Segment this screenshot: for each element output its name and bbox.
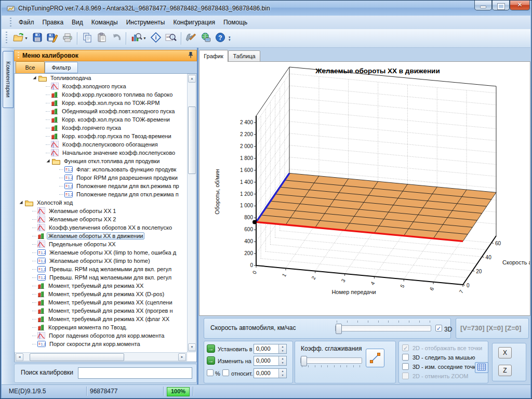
toolbar-button-info[interactable]: i [149, 31, 163, 46]
toolbar-button-save-as[interactable] [45, 31, 60, 46]
smoothing-slider[interactable] [300, 357, 362, 364]
tree-horizontal-scrollbar[interactable]: ◄ ► [15, 352, 187, 361]
tree-item[interactable]: Коэфф.горячего пуска [15, 124, 187, 132]
tree-item[interactable]: Коэфф.холодного пуска [15, 82, 187, 90]
tree-item[interactable]: 1.2Превыш. RPM над желаемыми для вкл. ре… [15, 273, 187, 282]
x-axis-button[interactable]: X [498, 347, 512, 358]
set-value-spinner[interactable]: 0,000 ▲▼ [254, 344, 287, 354]
tree-item[interactable]: Обедняющий коэфф.повт.холодного пуска [15, 107, 187, 115]
smoothing-button[interactable] [366, 349, 384, 367]
option-checkbox[interactable] [402, 363, 409, 370]
tree-item[interactable]: Коэфф.увеличения оборотов ХХ в послепуск… [15, 223, 187, 232]
calibration-menu-header[interactable]: Меню калибровок [14, 50, 197, 61]
scroll-right-icon[interactable]: ► [178, 353, 186, 361]
tree-item[interactable]: 1.2Желаемые обороты ХХ (limp to home) [15, 257, 187, 265]
tree-item[interactable]: Корр. коэфф.хол.пуска по ТОЖ-RPM [15, 99, 187, 107]
toolbar-button-help[interactable]: ? [213, 31, 228, 46]
toolbar-button-tools[interactable] [184, 31, 198, 46]
vertical-scroll-thumb[interactable] [188, 107, 196, 174]
step-value-spinner[interactable]: 0,000 ▲▼ [254, 368, 287, 378]
dropdown-caret-icon[interactable]: ▼ [143, 36, 147, 40]
smoothing-slider-thumb[interactable] [301, 356, 307, 366]
menu-item-Вид[interactable]: Вид [68, 17, 87, 28]
menu-item-Правка[interactable]: Правка [38, 17, 68, 28]
tree-item[interactable]: Коэфф.послепускового обогащения [15, 140, 187, 149]
tree-item[interactable]: 1.2Желаемые обороты ХХ (limp to home, ош… [15, 248, 187, 257]
toolbar-button-undo[interactable] [109, 31, 124, 46]
toolbar-button-preview-100[interactable]: 100 [163, 31, 179, 46]
toolbar-button-web[interactable] [198, 31, 213, 46]
horizontal-scroll-thumb[interactable] [30, 353, 124, 361]
tree-item[interactable]: Желаемые обороты ХХ 2 [15, 215, 187, 223]
tree-item[interactable]: Топливоподача [15, 74, 187, 82]
tree-item[interactable]: Момент, требуемый для режима ХХ (D-pos) [15, 290, 187, 298]
search-input[interactable] [78, 367, 192, 379]
menu-item-Инструменты[interactable]: Инструменты [122, 17, 169, 28]
tree-item[interactable]: Функция откл.топлива для продувки [15, 157, 187, 165]
menu-item-Помощь[interactable]: Помощь [219, 17, 251, 28]
toolbar-button-open[interactable]: ▼ [10, 31, 30, 46]
maximize-button[interactable] [492, 1, 510, 10]
tree-item[interactable]: Момент, требуемый для режима ХХ (прогрев… [15, 307, 187, 315]
toolbar-button-chart-zoom[interactable]: ▼ [129, 31, 149, 46]
tab-graph[interactable]: График [199, 50, 228, 62]
tab-filter[interactable]: Фильтр [45, 62, 78, 73]
calibration-tree[interactable]: ТопливоподачаКоэфф.холодного пускаКоэфф.… [15, 74, 187, 352]
option-checkbox[interactable] [402, 354, 409, 361]
tree-item[interactable]: Момент, требуемый для режима ХХ (флаг ХХ [15, 315, 187, 323]
tree-expander-icon[interactable] [32, 75, 37, 81]
option-checkbox[interactable] [402, 344, 409, 351]
tree-expander-icon[interactable] [46, 158, 50, 164]
spinner-arrows-icon[interactable]: ▲▼ [278, 344, 286, 353]
close-button[interactable]: ✕ [510, 1, 530, 10]
speed-slider[interactable] [335, 325, 431, 331]
tree-item[interactable]: 1.2Превыш. RPM над желаемыми для вкл. ре… [15, 265, 187, 273]
percent-checkbox[interactable] [207, 369, 214, 376]
tree-item[interactable]: Коэфф.корр.пускового топлива по бароко [15, 90, 187, 99]
apply-change-button[interactable]: → [207, 356, 215, 365]
tree-item[interactable]: Корр. коэфф.хол.пуска по ТОЖ-времени [15, 115, 187, 124]
tree-item[interactable]: Корр. коэфф.гор.пуска по Твозд-времени [15, 132, 187, 140]
tree-item[interactable]: Желаемые обороты ХХ в движении [15, 232, 187, 240]
tree-item[interactable]: 1.2Порог RPM для разрешения продувки [15, 174, 187, 182]
tree-item[interactable]: Холостой ход [15, 198, 187, 207]
edit-neighbors-grid-button[interactable] [475, 362, 488, 373]
z-axis-button[interactable]: Z [498, 365, 512, 376]
tree-item[interactable]: Момент, требуемый для режима ХХ [15, 282, 187, 290]
scroll-up-icon[interactable]: ▲ [188, 75, 196, 83]
tab-all[interactable]: Все [16, 61, 45, 73]
toolbar-overflow-icon[interactable]: ▾▾ [229, 36, 231, 41]
toolbar-button-copy[interactable] [80, 31, 95, 46]
tree-vertical-scrollbar[interactable]: ▲ ▼ [187, 74, 196, 352]
menu-item-Конфигурация[interactable]: Конфигурация [169, 17, 219, 28]
tab-table[interactable]: Таблица [228, 50, 260, 62]
speed-slider-thumb[interactable] [336, 324, 342, 334]
dropdown-caret-icon[interactable]: ▼ [24, 36, 28, 40]
tree-item[interactable]: 1.2Положение педали для вкл.режима пр [15, 182, 187, 190]
tree-expander-icon[interactable] [19, 200, 23, 206]
chart-panel[interactable]: 02004006008001 0001 2001 4001 6001 8002 … [199, 61, 530, 316]
tree-item[interactable]: Коррекция момента по Твозд. [15, 323, 187, 331]
toolbar-button-print[interactable] [60, 31, 75, 46]
speed-3d-checkbox[interactable] [435, 325, 442, 331]
title-bar[interactable]: ChipTuningPRO ver.7.4.8.969 - Antara32L_… [2, 1, 530, 16]
menu-item-Команды[interactable]: Команды [87, 17, 122, 28]
tree-item[interactable]: Момент, требуемый для режима ХХ (сцеплен… [15, 298, 187, 307]
tree-item[interactable]: Предельные обороты ХХ [15, 240, 187, 248]
spinner-arrows-icon[interactable]: ▲▼ [278, 356, 286, 365]
tree-item[interactable]: Начальное значение коэфф.послепусково [15, 149, 187, 157]
tree-item[interactable]: Порог падения оборотов для корр.момента [15, 331, 187, 340]
pin-icon[interactable] [188, 51, 193, 60]
scroll-left-icon[interactable]: ◄ [16, 353, 23, 361]
scroll-down-icon[interactable]: ▼ [188, 343, 196, 351]
relative-checkbox[interactable] [222, 369, 229, 376]
toolbar-button-save[interactable] [30, 31, 45, 46]
spinner-arrows-icon[interactable]: ▲▼ [278, 369, 286, 378]
option-checkbox[interactable] [402, 373, 409, 379]
panel-splitter[interactable] [197, 48, 198, 384]
change-value-spinner[interactable]: 0,000 ▲▼ [254, 356, 287, 366]
toolbar-button-paste[interactable] [95, 31, 109, 46]
tree-item[interactable]: 1.2Флаг: использовать функцию продувк [15, 165, 187, 174]
tree-item[interactable]: Желаемые обороты ХХ 1 [15, 207, 187, 215]
tree-item[interactable]: 1.2Положение педали для откл.режима п [15, 190, 187, 198]
